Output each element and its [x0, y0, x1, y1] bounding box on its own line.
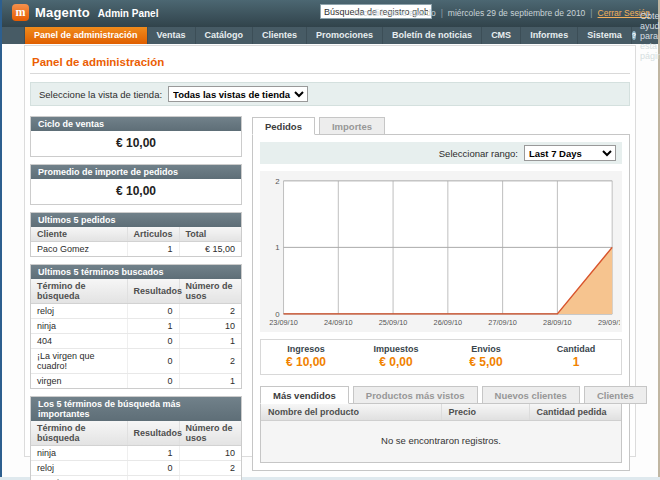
top-search-terms-title: Los 5 términos de búsqueda más important…: [31, 397, 241, 421]
nav-tab-dashboard[interactable]: Panel de administración: [24, 27, 148, 44]
cell: 1: [179, 334, 241, 349]
page-title: Panel de administración: [30, 54, 630, 74]
total-value: € 5,00: [441, 355, 531, 369]
bestsellers-table: Nombre del producto Precio Cantidad pedi…: [261, 404, 621, 421]
cell: ninja: [31, 446, 127, 461]
range-select[interactable]: Last 7 Days: [524, 145, 616, 161]
table-row[interactable]: ¡La virgen que cuadro!02: [31, 476, 241, 480]
store-view-bar: Seleccione la vista de tienda: Todas las…: [30, 82, 630, 106]
tab-customers[interactable]: Clientes: [584, 386, 647, 404]
nav-tab-customers[interactable]: Clientes: [253, 27, 307, 44]
table-row[interactable]: virgen01: [31, 374, 241, 389]
content-area: Panel de administración Seleccione la vi…: [24, 45, 636, 457]
cell: 2: [179, 476, 241, 480]
table-row[interactable]: 40401: [31, 334, 241, 349]
svg-text:29/09/10: 29/09/10: [598, 318, 620, 327]
column-header: Término de búsqueda: [31, 279, 127, 304]
average-orders-title: Promedio de importe de pedidos: [31, 165, 241, 179]
window-edge-left: [0, 0, 2, 480]
tab-most-viewed[interactable]: Productos más vistos: [353, 386, 478, 404]
bestsellers-grid: Nombre del producto Precio Cantidad pedi…: [260, 403, 622, 463]
last-search-terms-title: Ultimos 5 términos buscados: [31, 265, 241, 279]
total-shipping: Envios € 5,00: [441, 344, 531, 369]
svg-text:27/09/10: 27/09/10: [488, 318, 517, 327]
column-header: Término de búsqueda: [31, 421, 127, 446]
magento-logo-icon: m: [12, 4, 29, 21]
column-header: Resultados: [127, 279, 179, 304]
nav-tab-cms[interactable]: CMS: [482, 27, 521, 44]
svg-text:1: 1: [275, 243, 279, 252]
cell: 1: [127, 446, 179, 461]
cell: ninja: [31, 319, 127, 334]
table-row[interactable]: ninja110: [31, 446, 241, 461]
lifetime-sales-value: € 10,00: [31, 131, 241, 156]
total-label: Impuestos: [351, 344, 441, 354]
cell: ¡La virgen que cuadro!: [31, 349, 127, 374]
cell: 0: [127, 334, 179, 349]
range-bar: Seleccionar rango: Last 7 Days: [260, 142, 622, 164]
top-search-terms-card: Los 5 términos de búsqueda más important…: [30, 396, 242, 480]
header-user-info: Accedió como apardo | miércoles 29 de se…: [353, 8, 650, 18]
cell: 0: [127, 461, 179, 476]
last-search-terms-card: Ultimos 5 términos buscados Término de b…: [30, 264, 242, 389]
main-nav: Panel de administración Ventas Catálogo …: [2, 27, 658, 44]
cell: reloj: [31, 304, 127, 319]
totals-row: Ingresos € 10,00 Impuestos € 0,00 Envios…: [260, 339, 622, 375]
current-date: miércoles 29 de septiembre de 2010: [448, 8, 586, 18]
store-view-label: Seleccione la vista de tienda:: [39, 89, 162, 100]
separator: |: [590, 8, 592, 18]
tab-orders[interactable]: Pedidos: [252, 117, 315, 135]
range-label: Seleccionar rango:: [439, 148, 518, 159]
last-orders-table: Cliente Articulos Total Paco Gomez1€ 15,…: [31, 227, 241, 256]
help-globe-icon: ?: [632, 31, 636, 40]
cell: € 15,00: [179, 242, 241, 257]
nav-tab-newsletter[interactable]: Boletín de noticias: [383, 27, 482, 44]
table-row[interactable]: reloj02: [31, 461, 241, 476]
nav-tab-sales[interactable]: Ventas: [148, 27, 196, 44]
tab-bestsellers[interactable]: Más vendidos: [260, 386, 349, 404]
table-row[interactable]: Paco Gomez1€ 15,00: [31, 242, 241, 257]
last-orders-title: Ultimos 5 pedidos: [31, 213, 241, 227]
column-header: Precio: [441, 404, 529, 421]
cell: 0: [127, 349, 179, 374]
last-orders-card: Ultimos 5 pedidos Cliente Articulos Tota…: [30, 212, 242, 257]
cell: 10: [179, 446, 241, 461]
cell: 0: [127, 476, 179, 480]
column-header: Nombre del producto: [261, 404, 441, 421]
average-orders-value: € 10,00: [31, 179, 241, 204]
svg-text:24/09/10: 24/09/10: [324, 318, 353, 327]
column-header: Número de usos: [179, 421, 241, 446]
last-search-terms-table: Término de búsqueda Resultados Número de…: [31, 279, 241, 388]
table-row[interactable]: reloj02: [31, 304, 241, 319]
logo-text: Magento: [35, 5, 90, 20]
nav-tab-reports[interactable]: Informes: [521, 27, 578, 44]
separator: |: [441, 8, 443, 18]
cell: virgen: [31, 374, 127, 389]
nav-tab-catalog[interactable]: Catálogo: [196, 27, 254, 44]
tab-amounts[interactable]: Importes: [319, 117, 385, 135]
get-help-link[interactable]: ? Obtener ayuda para esta página: [632, 27, 660, 44]
store-view-select[interactable]: Todas las vistas de tienda: [168, 86, 308, 102]
total-value: € 0,00: [351, 355, 441, 369]
column-header: Número de usos: [179, 279, 241, 304]
average-orders-card: Promedio de importe de pedidos € 10,00: [30, 164, 242, 205]
svg-text:26/09/10: 26/09/10: [434, 318, 463, 327]
cell: 0: [127, 304, 179, 319]
grid-tabs: Más vendidos Productos más vistos Nuevos…: [260, 385, 622, 403]
total-label: Envios: [441, 344, 531, 354]
nav-tab-system[interactable]: Sistema: [578, 27, 632, 44]
svg-text:28/09/10: 28/09/10: [543, 318, 572, 327]
tab-new-customers[interactable]: Nuevos clientes: [482, 386, 580, 404]
cell: 404: [31, 334, 127, 349]
cell: 1: [127, 319, 179, 334]
cell: 1: [179, 374, 241, 389]
cell: Paco Gomez: [31, 242, 127, 257]
total-tax: Impuestos € 0,00: [351, 344, 441, 369]
dashboard-left-column: Ciclo de ventas € 10,00 Promedio de impo…: [30, 116, 242, 480]
nav-tab-promotions[interactable]: Promociones: [307, 27, 383, 44]
svg-text:2: 2: [275, 177, 279, 186]
table-row[interactable]: ninja110: [31, 319, 241, 334]
total-value: € 10,00: [261, 355, 351, 369]
table-row[interactable]: ¡La virgen que cuadro!02: [31, 349, 241, 374]
cell: 2: [179, 461, 241, 476]
